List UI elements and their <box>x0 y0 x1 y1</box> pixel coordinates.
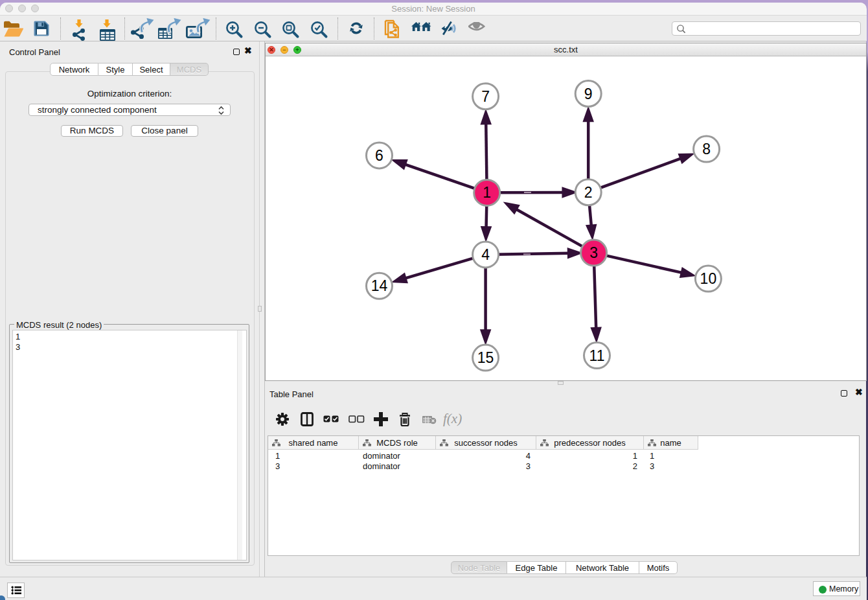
svg-text:15: 15 <box>477 349 494 366</box>
svg-text:4: 4 <box>481 246 490 263</box>
svg-text:11: 11 <box>589 347 605 364</box>
svg-text:3: 3 <box>589 244 598 261</box>
svg-text:2: 2 <box>584 184 593 201</box>
svg-text:6: 6 <box>375 147 383 164</box>
svg-text:9: 9 <box>584 86 593 102</box>
svg-text:7: 7 <box>481 88 490 105</box>
svg-text:10: 10 <box>700 270 717 287</box>
svg-text:14: 14 <box>371 277 388 294</box>
svg-text:8: 8 <box>702 141 711 157</box>
svg-text:1: 1 <box>483 184 491 201</box>
